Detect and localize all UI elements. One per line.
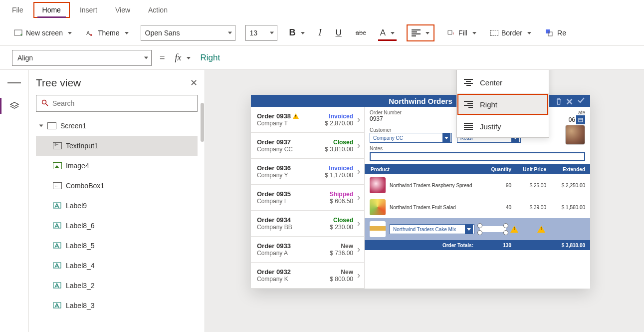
align-option-label: Justify [480,122,501,131]
new-product-select[interactable]: Northwind Traders Cake Mix [390,224,474,234]
product-image [370,221,386,237]
left-rail [0,70,29,332]
align-justify-option[interactable]: Justify [457,115,549,137]
warning-icon [293,113,299,119]
orders-list[interactable]: Order 0938Company TInvoiced$ 2,870.00›Or… [251,107,365,289]
value-order-number: 0937 [370,115,452,122]
align-option-label: Center [480,78,502,87]
order-row[interactable]: Order 0934Company BBClosed$ 230.00› [251,211,364,237]
property-select[interactable]: Align [12,50,152,66]
product-row[interactable]: Northwind Traders Fruit Salad40$ 39.00$ … [365,196,590,218]
chevron-down-icon [144,56,148,59]
tree-item-label8-6[interactable]: Label8_6 [36,216,198,236]
tree-item-label3-2[interactable]: Label3_2 [36,276,198,296]
menu-view[interactable]: View [107,3,138,17]
font-family-value: Open Sans [145,29,180,37]
fx-button[interactable]: fx [173,50,193,65]
chevron-right-icon: › [357,218,360,229]
canvas[interactable]: Left Center Right Justify Northwind Orde… [205,70,644,332]
order-row[interactable]: Order 0933Company ANew$ 736.00› [251,237,364,263]
order-totals: Order Totals: 130 $ 3,810.00 [365,240,590,250]
close-icon[interactable]: ✕ [190,77,198,88]
expand-icon[interactable] [39,125,43,127]
theme-label: Theme [98,29,120,37]
tree-item-textinput1[interactable]: TextInput1 [36,136,198,156]
tree-search-box[interactable] [36,95,198,112]
fill-button[interactable]: Fill [444,26,478,39]
product-name: Northwind Traders Fruit Salad [390,205,481,210]
align-center-option[interactable]: Center [457,71,549,93]
order-row[interactable]: Order 0938Company TInvoiced$ 2,870.00› [251,107,364,133]
product-qty: 40 [481,205,511,210]
tree-item-screen1[interactable]: Screen1 [36,116,198,136]
order-row[interactable]: Order 0935Company IShipped$ 606.50› [251,185,364,211]
label-icon [53,222,62,229]
menu-insert[interactable]: Insert [72,3,105,17]
menu-file[interactable]: File [4,3,31,17]
menu-home[interactable]: Home [33,2,70,18]
formula-value[interactable]: Right [201,53,220,63]
label-icon [53,262,62,269]
notes-input[interactable] [370,152,585,161]
close-icon[interactable]: ✕ [566,96,573,107]
selection-handles[interactable] [477,224,508,234]
app-title-text: Northwind Orders [389,97,452,105]
label-customer: Customer [370,127,452,133]
order-row[interactable]: Order 0936Company YInvoiced$ 1,170.00› [251,159,364,185]
font-size-value: 13 [250,29,258,37]
font-family-select[interactable]: Open Sans [141,25,235,41]
check-icon[interactable] [577,97,585,105]
tree-item-label8-5[interactable]: Label8_5 [36,236,198,256]
theme-button[interactable]: Aa Theme [84,26,131,39]
reorder-label: Re [557,29,566,37]
calendar-icon[interactable] [576,115,585,124]
align-right-option[interactable]: Right [457,93,549,115]
hamburger-icon[interactable] [7,76,21,90]
underline-button[interactable]: U [334,26,344,40]
tree-item-combobox1[interactable]: ComboBox1 [36,176,198,196]
header-qty: Quantity [481,167,511,172]
search-input[interactable] [52,99,192,107]
text-align-button[interactable] [407,24,434,41]
tree-item-label8-3[interactable]: Label8_3 [36,296,198,316]
product-row[interactable]: Northwind Traders Raspberry Spread90$ 25… [365,174,590,196]
ribbon: + New screen Aa Theme Open Sans 13 B I U… [0,20,644,46]
new-screen-button[interactable]: + New screen [12,26,74,39]
new-screen-label: New screen [26,29,63,37]
tree-item-image4[interactable]: Image4 [36,156,198,176]
tree-item-label: TextInput1 [66,142,98,150]
customer-select[interactable]: Company CC [370,133,452,143]
equals-sign: = [160,52,165,63]
trash-icon[interactable] [555,97,562,107]
tree-item-label9[interactable]: Label9 [36,196,198,216]
chevron-down-icon [389,28,395,38]
align-icon [412,28,421,37]
svg-text:+: + [20,32,22,36]
label-icon [53,202,62,209]
order-row[interactable]: Order 0937Company CCClosed$ 3,810.00› [251,133,364,159]
tree-item-label: Label3_2 [66,282,95,290]
product-name: Northwind Traders Raspberry Spread [390,183,481,188]
italic-button[interactable]: I [317,25,324,40]
tree-item-label8-4[interactable]: Label8_4 [36,256,198,276]
strikethrough-button[interactable]: abc [354,27,368,38]
tree-item-label: Label9 [66,202,87,210]
reorder-button[interactable]: Re [543,26,568,39]
scrollbar-thumb[interactable] [201,103,204,142]
border-icon [490,30,498,36]
new-product-row[interactable]: Northwind Traders Cake Mix [365,218,590,240]
svg-rect-14 [579,118,583,122]
font-size-select[interactable]: 13 [245,25,277,41]
bold-button[interactable]: B [287,25,307,40]
chevron-right-icon: › [357,140,360,151]
font-color-button[interactable]: A [378,26,397,40]
tree-item-label: Label8_5 [66,242,95,250]
align-dropdown: Left Center Right Justify [456,70,549,138]
chevron-right-icon: › [357,270,360,281]
menu-action[interactable]: Action [140,3,176,17]
chevron-down-icon [66,29,72,37]
order-row[interactable]: Order 0932Company KNew$ 800.00› [251,263,364,289]
chevron-down-icon [465,225,473,234]
border-button[interactable]: Border [488,27,533,39]
tree-view-tab[interactable] [7,99,21,113]
